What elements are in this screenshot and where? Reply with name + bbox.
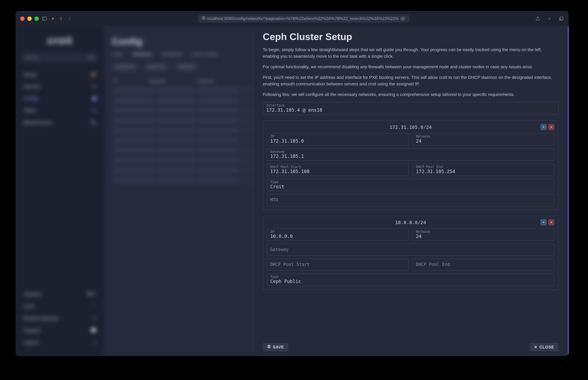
close-icon: × (550, 125, 552, 129)
network-actions: + × (540, 219, 554, 226)
titlebar: ▾ localhost:8080/config/networks/?pagina… (16, 11, 569, 26)
sidebar-item-support[interactable]: Support💬 (22, 324, 98, 336)
sidebar-toggle-icon[interactable] (42, 16, 47, 21)
sidebar-item-tasks[interactable]: Tasks☲ (22, 104, 98, 116)
network-title: 172.31.105.0/24 (390, 125, 432, 130)
address-bar[interactable]: localhost:8080/config/networks/?paginati… (198, 15, 409, 22)
sidebar-item-servers[interactable]: Servers☰ (22, 80, 98, 93)
dhcp-start-field[interactable]: DHCP Pool Start 172.31.105.100 (267, 164, 409, 176)
save-icon (267, 345, 271, 349)
close-icon: ✕ (534, 345, 537, 349)
netmask-field[interactable]: Netmask 24 (412, 228, 554, 241)
add-network-button[interactable]: + (540, 124, 547, 130)
app-body: croit Search ⌘K Setup🚀 Servers☰ Config T… (16, 26, 569, 356)
browser-window: ▾ localhost:8080/config/networks/?pagina… (16, 11, 569, 356)
delete-network-button[interactable]: × (548, 124, 554, 130)
svg-rect-0 (42, 17, 46, 20)
server-icon: ☰ (92, 84, 96, 89)
type-field[interactable]: Type Ceph Public (267, 273, 554, 286)
search-shortcut: ⌘K (88, 55, 95, 60)
sidebar-item-setup[interactable]: Setup🚀 (22, 69, 98, 80)
search-placeholder: Search (25, 55, 39, 60)
forward-button[interactable] (67, 16, 72, 21)
chat-icon: 💬 (90, 328, 96, 333)
back-button[interactable] (58, 16, 64, 21)
tab-networks[interactable]: Networks (132, 52, 152, 57)
plus-icon: + (542, 125, 545, 129)
restore-icon: ↺ (92, 316, 96, 321)
network-actions: + × (540, 124, 554, 130)
dhcp-end-field[interactable]: DHCP Pool End (412, 259, 554, 271)
netmask-field[interactable]: Netmask 24 (412, 133, 554, 146)
interface-value: 172.31.105.4 @ ens18 (266, 107, 555, 113)
site-settings-icon[interactable] (202, 16, 205, 21)
add-network-button[interactable]: + (540, 219, 547, 226)
search-input[interactable]: Search ⌘K (22, 53, 98, 62)
panel-title: Ceph Cluster Setup (263, 31, 558, 42)
zoom-window-button[interactable] (35, 17, 39, 21)
chevron-down-icon[interactable]: ▾ (50, 16, 56, 21)
network-header: 10.0.0.0/24 + × (267, 220, 554, 225)
sidebar-item-logout[interactable]: Logout⇥ (22, 336, 98, 348)
save-label: SAVE (273, 345, 284, 349)
svg-rect-4 (268, 345, 270, 346)
tab-hook-scripts[interactable]: Hook Scripts (192, 52, 218, 57)
panel-paragraph: For optimal functionality, we recommend … (263, 64, 555, 70)
ip-field[interactable]: IP 172.31.105.0 (267, 133, 409, 146)
dhcp-end-field[interactable]: DHCP Pool End 172.31.105.254 (412, 164, 554, 176)
share-icon[interactable] (535, 16, 540, 21)
ip-field[interactable]: IP 10.0.0.0 (267, 228, 409, 241)
panel-footer: SAVE ✕ CLOSE (263, 343, 558, 351)
svg-rect-3 (560, 17, 563, 20)
addressbar-wrap: localhost:8080/config/networks/?paginati… (75, 15, 532, 22)
save-button[interactable]: SAVE (263, 343, 288, 351)
close-label: CLOSE (539, 345, 554, 349)
mtu-field[interactable]: MTU (267, 194, 554, 206)
minimize-window-button[interactable] (27, 17, 32, 21)
panel-paragraph: First, you'll need to set the IP address… (263, 74, 555, 87)
network-card: 172.31.105.0/24 + × IP 172.31.105.0 (263, 120, 558, 210)
network-title: 10.0.0.0/24 (395, 220, 426, 225)
interface-field[interactable]: Interface 172.31.105.4 @ ens18 (263, 102, 558, 115)
app-logo: croit (22, 34, 98, 47)
gateway-field[interactable]: Gateway 172.31.105.1 (267, 148, 554, 161)
sidebar-item-restore[interactable]: Restore Backup↺ (22, 312, 98, 324)
boot-ip-button[interactable]: BOOT IP (144, 63, 168, 71)
used-ips-button[interactable]: USED IPS (112, 63, 138, 71)
tab-templates[interactable]: Templates (161, 52, 182, 57)
setup-panel: Ceph Cluster Setup To begin, simply foll… (253, 26, 569, 356)
network-card: 10.0.0.0/24 + × IP 10.0.0.0 (263, 216, 558, 290)
new-tab-icon[interactable]: ＋ (547, 16, 552, 21)
titlebar-right: ＋ (535, 16, 564, 21)
close-button[interactable]: ✕ CLOSE (530, 343, 558, 351)
share-icon: �共 (87, 291, 96, 297)
sidebar-item-config[interactable]: Config (22, 93, 98, 104)
exit-icon: ⇥ (92, 340, 96, 345)
type-field[interactable]: Type Croit (267, 179, 554, 191)
sidebar-item-clusters[interactable]: Clusters�共 (22, 288, 98, 300)
panel-paragraph: Following this, we will configure all th… (263, 91, 555, 98)
url-more-icon[interactable]: ⋯ (400, 16, 405, 21)
active-dot-icon (92, 96, 96, 101)
create-button[interactable]: CREATE (174, 63, 198, 71)
interface-label: Interface (266, 103, 555, 107)
close-icon: × (550, 220, 552, 225)
url-text: localhost:8080/config/networks/?paginati… (207, 16, 399, 21)
heart-icon: ♡ (92, 304, 96, 309)
plus-icon: + (542, 220, 545, 225)
sidebar: croit Search ⌘K Setup🚀 Servers☰ Config T… (16, 26, 104, 356)
wrench-icon: 🔧 (90, 120, 96, 125)
sidebar-item-croit[interactable]: Croit♡ (22, 300, 98, 312)
dhcp-start-field[interactable]: DHCP Pool Start (267, 259, 409, 271)
tabs-overview-icon[interactable] (558, 16, 564, 21)
traffic-lights (20, 17, 39, 21)
tab-ceph[interactable]: Ceph (112, 52, 123, 57)
delete-network-button[interactable]: × (548, 219, 554, 226)
network-header: 172.31.105.0/24 + × (267, 125, 554, 130)
close-window-button[interactable] (20, 17, 25, 21)
rocket-icon: 🚀 (90, 72, 96, 77)
panel-paragraph: To begin, simply follow a few straightfo… (263, 46, 555, 59)
gateway-field[interactable]: Gateway (267, 244, 554, 256)
sidebar-item-maintenance[interactable]: Maintenance🔧 (22, 116, 98, 128)
svg-rect-5 (268, 347, 270, 348)
